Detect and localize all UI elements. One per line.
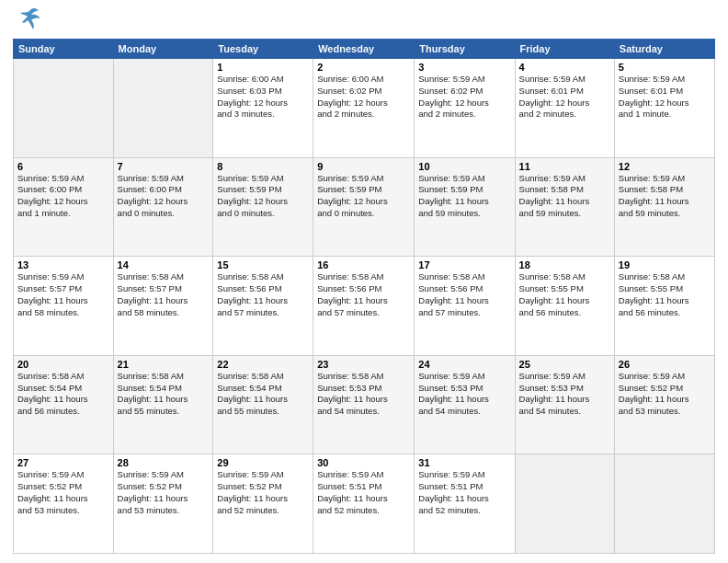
day-number: 15 (217, 259, 309, 270)
header-friday: Friday (515, 40, 614, 59)
day-number: 8 (217, 161, 309, 172)
table-row: 20Sunrise: 5:58 AM Sunset: 5:54 PM Dayli… (14, 355, 114, 454)
day-number: 3 (418, 62, 510, 73)
day-number: 22 (217, 359, 309, 370)
table-row: 31Sunrise: 5:59 AM Sunset: 5:51 PM Dayli… (415, 454, 515, 554)
header (13, 9, 715, 35)
header-monday: Monday (113, 40, 213, 59)
table-row: 29Sunrise: 5:59 AM Sunset: 5:52 PM Dayli… (213, 454, 313, 554)
day-info: Sunrise: 5:58 AM Sunset: 5:53 PM Dayligh… (317, 371, 410, 418)
day-info: Sunrise: 5:59 AM Sunset: 5:59 PM Dayligh… (217, 173, 309, 220)
table-row: 12Sunrise: 5:59 AM Sunset: 5:58 PM Dayli… (614, 157, 714, 257)
day-number: 10 (418, 161, 510, 172)
table-row: 22Sunrise: 5:58 AM Sunset: 5:54 PM Dayli… (213, 355, 313, 454)
day-number: 20 (17, 359, 109, 370)
day-info: Sunrise: 5:59 AM Sunset: 5:53 PM Dayligh… (519, 371, 610, 418)
calendar-week-row: 13Sunrise: 5:59 AM Sunset: 5:57 PM Dayli… (14, 257, 715, 356)
table-row (14, 59, 114, 158)
header-tuesday: Tuesday (213, 40, 313, 59)
calendar-week-row: 6Sunrise: 5:59 AM Sunset: 6:00 PM Daylig… (14, 157, 715, 257)
day-number: 5 (619, 62, 711, 73)
day-info: Sunrise: 5:58 AM Sunset: 5:54 PM Dayligh… (118, 371, 210, 418)
calendar-header-row: Sunday Monday Tuesday Wednesday Thursday… (14, 40, 715, 59)
day-info: Sunrise: 5:58 AM Sunset: 5:56 PM Dayligh… (317, 271, 410, 318)
table-row: 4Sunrise: 5:59 AM Sunset: 6:01 PM Daylig… (515, 59, 614, 158)
day-number: 18 (519, 259, 610, 270)
day-info: Sunrise: 5:58 AM Sunset: 5:56 PM Dayligh… (217, 271, 309, 318)
day-number: 13 (17, 259, 109, 270)
table-row (515, 454, 614, 554)
day-info: Sunrise: 6:00 AM Sunset: 6:03 PM Dayligh… (217, 74, 309, 121)
table-row: 30Sunrise: 5:59 AM Sunset: 5:51 PM Dayli… (313, 454, 415, 554)
table-row: 7Sunrise: 5:59 AM Sunset: 6:00 PM Daylig… (113, 157, 213, 257)
day-info: Sunrise: 5:59 AM Sunset: 6:00 PM Dayligh… (17, 173, 109, 220)
day-info: Sunrise: 5:59 AM Sunset: 5:51 PM Dayligh… (418, 469, 510, 516)
table-row (113, 59, 213, 158)
table-row: 17Sunrise: 5:58 AM Sunset: 5:56 PM Dayli… (415, 257, 515, 356)
table-row: 26Sunrise: 5:59 AM Sunset: 5:52 PM Dayli… (614, 355, 714, 454)
day-info: Sunrise: 5:59 AM Sunset: 5:52 PM Dayligh… (17, 469, 109, 516)
day-number: 31 (418, 457, 510, 468)
day-number: 21 (118, 359, 210, 370)
table-row: 13Sunrise: 5:59 AM Sunset: 5:57 PM Dayli… (14, 257, 114, 356)
header-wednesday: Wednesday (313, 40, 415, 59)
table-row: 1Sunrise: 6:00 AM Sunset: 6:03 PM Daylig… (213, 59, 313, 158)
calendar-table: Sunday Monday Tuesday Wednesday Thursday… (13, 39, 715, 554)
table-row: 11Sunrise: 5:59 AM Sunset: 5:58 PM Dayli… (515, 157, 614, 257)
table-row: 14Sunrise: 5:58 AM Sunset: 5:57 PM Dayli… (113, 257, 213, 356)
table-row: 28Sunrise: 5:59 AM Sunset: 5:52 PM Dayli… (113, 454, 213, 554)
day-number: 25 (519, 359, 610, 370)
day-info: Sunrise: 5:59 AM Sunset: 5:52 PM Dayligh… (118, 469, 210, 516)
day-info: Sunrise: 5:59 AM Sunset: 6:00 PM Dayligh… (118, 173, 210, 220)
day-number: 14 (118, 259, 210, 270)
day-number: 19 (619, 259, 711, 270)
table-row: 6Sunrise: 5:59 AM Sunset: 6:00 PM Daylig… (14, 157, 114, 257)
header-thursday: Thursday (415, 40, 515, 59)
header-sunday: Sunday (14, 40, 114, 59)
logo (13, 9, 42, 35)
day-number: 28 (118, 457, 210, 468)
table-row: 21Sunrise: 5:58 AM Sunset: 5:54 PM Dayli… (113, 355, 213, 454)
table-row: 18Sunrise: 5:58 AM Sunset: 5:55 PM Dayli… (515, 257, 614, 356)
day-info: Sunrise: 5:59 AM Sunset: 5:59 PM Dayligh… (418, 173, 510, 220)
day-number: 29 (217, 457, 309, 468)
day-info: Sunrise: 5:59 AM Sunset: 5:58 PM Dayligh… (619, 173, 711, 220)
day-number: 2 (317, 62, 410, 73)
table-row (614, 454, 714, 554)
page: Sunday Monday Tuesday Wednesday Thursday… (0, 0, 728, 563)
table-row: 10Sunrise: 5:59 AM Sunset: 5:59 PM Dayli… (415, 157, 515, 257)
day-number: 11 (519, 161, 610, 172)
day-info: Sunrise: 5:59 AM Sunset: 6:02 PM Dayligh… (418, 74, 510, 121)
day-number: 26 (619, 359, 711, 370)
table-row: 24Sunrise: 5:59 AM Sunset: 5:53 PM Dayli… (415, 355, 515, 454)
table-row: 16Sunrise: 5:58 AM Sunset: 5:56 PM Dayli… (313, 257, 415, 356)
day-info: Sunrise: 5:58 AM Sunset: 5:54 PM Dayligh… (217, 371, 309, 418)
day-number: 7 (118, 161, 210, 172)
day-info: Sunrise: 5:59 AM Sunset: 5:53 PM Dayligh… (418, 371, 510, 418)
day-info: Sunrise: 5:59 AM Sunset: 5:52 PM Dayligh… (619, 371, 711, 418)
table-row: 3Sunrise: 5:59 AM Sunset: 6:02 PM Daylig… (415, 59, 515, 158)
day-info: Sunrise: 5:59 AM Sunset: 5:59 PM Dayligh… (317, 173, 410, 220)
day-info: Sunrise: 5:59 AM Sunset: 5:51 PM Dayligh… (317, 469, 410, 516)
table-row: 8Sunrise: 5:59 AM Sunset: 5:59 PM Daylig… (213, 157, 313, 257)
day-number: 1 (217, 62, 309, 73)
day-info: Sunrise: 5:58 AM Sunset: 5:56 PM Dayligh… (418, 271, 510, 318)
day-number: 24 (418, 359, 510, 370)
table-row: 5Sunrise: 5:59 AM Sunset: 6:01 PM Daylig… (614, 59, 714, 158)
day-info: Sunrise: 5:58 AM Sunset: 5:55 PM Dayligh… (619, 271, 711, 318)
logo-bird-icon (17, 6, 42, 35)
table-row: 27Sunrise: 5:59 AM Sunset: 5:52 PM Dayli… (14, 454, 114, 554)
table-row: 15Sunrise: 5:58 AM Sunset: 5:56 PM Dayli… (213, 257, 313, 356)
calendar-week-row: 1Sunrise: 6:00 AM Sunset: 6:03 PM Daylig… (14, 59, 715, 158)
day-info: Sunrise: 5:59 AM Sunset: 5:58 PM Dayligh… (519, 173, 610, 220)
table-row: 9Sunrise: 5:59 AM Sunset: 5:59 PM Daylig… (313, 157, 415, 257)
day-number: 27 (17, 457, 109, 468)
day-number: 6 (17, 161, 109, 172)
day-info: Sunrise: 6:00 AM Sunset: 6:02 PM Dayligh… (317, 74, 410, 121)
day-info: Sunrise: 5:58 AM Sunset: 5:54 PM Dayligh… (17, 371, 109, 418)
day-info: Sunrise: 5:59 AM Sunset: 5:57 PM Dayligh… (17, 271, 109, 318)
day-number: 23 (317, 359, 410, 370)
day-info: Sunrise: 5:58 AM Sunset: 5:55 PM Dayligh… (519, 271, 610, 318)
header-saturday: Saturday (614, 40, 714, 59)
day-number: 30 (317, 457, 410, 468)
